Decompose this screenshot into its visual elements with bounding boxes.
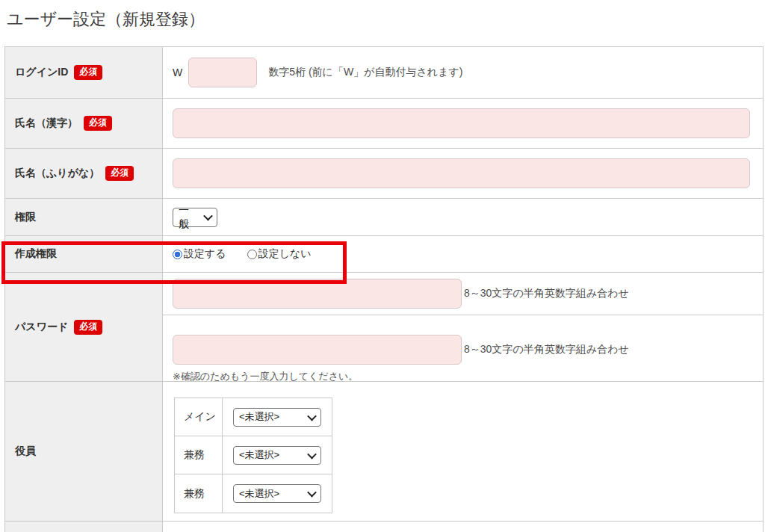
page-title: ユーザー設定（新規登録）: [7, 10, 765, 29]
radio-option-set-label: 設定する: [184, 247, 226, 261]
officers-table: メイン <未選択> 兼務 <未選択>: [174, 398, 332, 513]
row-password: パスワード 必須 8～30文字の半角英数字組み合わせ 8～30文字の半角英数字組…: [5, 273, 763, 382]
login-id-input[interactable]: [188, 58, 257, 87]
password-confirm-hint: 8～30文字の半角英数字組み合わせ: [464, 343, 629, 356]
login-id-label-cell: ログインID 必須: [5, 47, 163, 98]
create-authority-content-cell: 設定する 設定しない: [163, 236, 763, 272]
officer-main-select-value: <未選択>: [239, 410, 279, 424]
officer-role-label: 兼務: [175, 474, 223, 513]
password-confirm-block: 8～30文字の半角英数字組み合わせ ※確認のためもう一度入力してください。: [163, 315, 763, 383]
password-content-cell: 8～30文字の半角英数字組み合わせ 8～30文字の半角英数字組み合わせ ※確認の…: [163, 273, 763, 381]
radio-option-not-set[interactable]: 設定しない: [247, 247, 312, 261]
user-settings-form: ログインID 必須 W 数字5桁 (前に「W」が自動付与されます) 氏名（漢字）…: [4, 46, 764, 532]
name-kanji-label: 氏名（漢字）: [15, 117, 78, 130]
name-kana-input[interactable]: [173, 158, 750, 188]
next-partial-label-cell: [5, 522, 163, 532]
required-badge: 必須: [74, 65, 102, 80]
officers-label-cell: 役員: [5, 382, 163, 521]
password-input[interactable]: [173, 279, 462, 309]
required-badge: 必須: [74, 320, 102, 335]
officer-concurrent-2-select[interactable]: <未選択>: [233, 484, 321, 503]
chevron-down-icon: [203, 211, 213, 221]
create-authority-label-cell: 作成権限: [5, 236, 163, 272]
chevron-down-icon: [307, 411, 317, 421]
required-badge: 必須: [84, 116, 112, 131]
row-create-authority: 作成権限 設定する 設定しない: [5, 236, 763, 273]
officer-concurrent-1-select-value: <未選択>: [239, 448, 279, 462]
name-kana-label: 氏名（ふりがな）: [15, 167, 99, 180]
chevron-down-icon: [307, 488, 317, 498]
login-id-prefix: W: [173, 66, 182, 78]
chevron-down-icon: [307, 449, 317, 459]
row-login-id: ログインID 必須 W 数字5桁 (前に「W」が自動付与されます): [5, 47, 763, 99]
password-first-line: 8～30文字の半角英数字組み合わせ: [163, 273, 763, 315]
officer-row-concurrent-2: 兼務 <未選択>: [175, 474, 332, 513]
password-label: パスワード: [15, 321, 68, 334]
authority-label: 権限: [15, 211, 36, 224]
login-id-label: ログインID: [15, 66, 68, 79]
password-confirm-input[interactable]: [173, 335, 462, 365]
name-kana-label-cell: 氏名（ふりがな） 必須: [5, 149, 163, 198]
login-id-content-cell: W 数字5桁 (前に「W」が自動付与されます): [163, 47, 763, 98]
user-settings-page: ユーザー設定（新規登録） ログインID 必須 W 数字5桁 (前に「W」が自動付…: [0, 10, 765, 532]
officer-row-concurrent-1: 兼務 <未選択>: [175, 436, 332, 474]
row-name-kana: 氏名（ふりがな） 必須: [5, 149, 763, 199]
password-hint: 8～30文字の半角英数字組み合わせ: [464, 287, 629, 300]
row-name-kanji: 氏名（漢字） 必須: [5, 99, 763, 149]
authority-content-cell: 一般: [163, 199, 763, 235]
login-id-hint: 数字5桁 (前に「W」が自動付与されます): [268, 66, 462, 79]
officers-content-cell: メイン <未選択> 兼務 <未選択>: [163, 382, 763, 521]
row-next-partial: [5, 522, 763, 532]
officer-row-main: メイン <未選択>: [175, 398, 332, 436]
authority-select-value: 一般: [179, 204, 199, 231]
name-kanji-content-cell: [163, 99, 763, 148]
officer-concurrent-1-select[interactable]: <未選択>: [233, 446, 321, 465]
name-kanji-label-cell: 氏名（漢字） 必須: [5, 99, 163, 148]
officer-main-select[interactable]: <未選択>: [233, 408, 321, 427]
authority-label-cell: 権限: [5, 199, 163, 235]
radio-checked-icon[interactable]: [173, 250, 182, 259]
required-badge: 必須: [105, 166, 134, 181]
next-partial-content-cell: [163, 522, 763, 532]
create-authority-label: 作成権限: [15, 247, 57, 261]
officer-concurrent-2-select-value: <未選択>: [239, 487, 279, 501]
radio-unchecked-icon[interactable]: [247, 250, 257, 259]
radio-option-set[interactable]: 設定する: [173, 247, 226, 261]
name-kana-content-cell: [163, 149, 763, 198]
row-authority: 権限 一般: [5, 199, 763, 236]
create-authority-radio-group: 設定する 設定しない: [173, 247, 312, 261]
radio-option-not-set-label: 設定しない: [258, 247, 312, 261]
name-kanji-input[interactable]: [173, 108, 750, 138]
officer-role-label: メイン: [175, 398, 223, 436]
password-label-cell: パスワード 必須: [5, 273, 163, 381]
authority-select[interactable]: 一般: [173, 208, 217, 227]
officers-label: 役員: [15, 445, 36, 458]
row-officers: 役員 メイン <未選択> 兼務: [5, 382, 763, 522]
officer-role-label: 兼務: [175, 436, 223, 474]
